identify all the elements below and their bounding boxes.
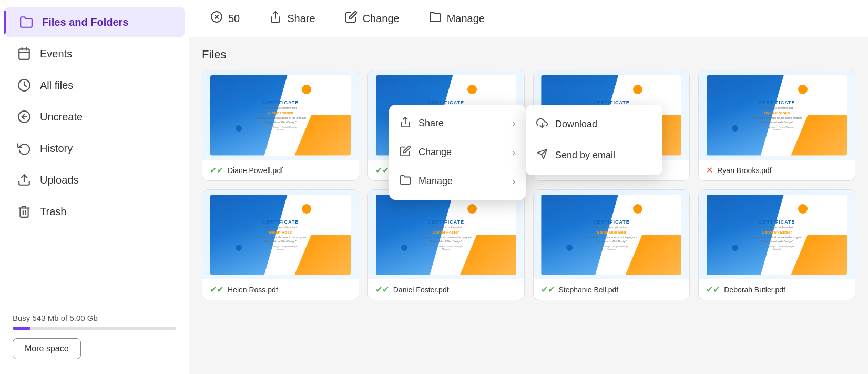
main-content: 50 Share Change Manage Files [189,0,868,374]
sidebar-item-uncreate[interactable]: Uncreate [4,102,185,132]
close-circle-icon [210,11,223,26]
file-label: ✔✔ Diane Powell.pdf [202,160,359,180]
file-name: Ryan Brooks.pdf [717,166,772,175]
storage-section: Busy 543 Mb of 5.00 Gb More space [0,305,189,368]
check-icon: ✔✔ [210,285,223,295]
files-grid: CERTIFICATE This certificate confirms th… [202,70,855,300]
file-card[interactable]: CERTIFICATE This certificate confirms th… [202,70,359,181]
file-label: ✔✔ Deborah Butler.pdf [699,279,855,300]
check-icon: ✔✔ [375,165,389,175]
uncreate-icon [17,109,32,124]
file-card[interactable]: CERTIFICATE This certificate confirms th… [202,189,359,300]
context-menu-sub: Download Send by email [526,105,662,175]
chevron-right-icon: › [513,119,515,128]
check-icon: ✔✔ [541,285,555,295]
file-name: Stephanie Bell.pdf [559,286,619,294]
file-card[interactable]: CERTIFICATE This certificate confirms th… [698,70,855,181]
storage-bar-fill [13,327,30,330]
context-menu-manage-left: Manage [400,174,453,188]
check-icon: ✔✔ [210,165,223,175]
download-label: Download [555,119,597,130]
sidebar-item-label: Uncreate [40,111,83,123]
sidebar-item-history[interactable]: History [4,134,185,163]
context-menu-main: Share › Change › [389,105,526,200]
context-menu-share-left: Share [400,116,444,130]
sidebar: Files and Folders Events All files Uncre… [0,0,189,374]
file-thumbnail: CERTIFICATE This certificate confirms th… [202,190,359,279]
sidebar-item-label: Files and Folders [42,16,128,28]
file-label: ✔✔ Helen Ross.pdf [202,279,359,300]
pencil-icon [345,11,358,26]
pencil-context-icon [400,145,411,159]
context-share-label: Share [418,118,444,129]
check-icon: ✔✔ [706,285,720,295]
manage-toolbar-item[interactable]: Manage [423,7,491,29]
context-manage-label: Manage [418,176,453,187]
files-section-title: Files [202,48,855,62]
file-name: Daniel Foster.pdf [393,286,449,294]
manage-folder-icon [429,11,442,26]
chevron-right-icon: › [513,148,515,157]
file-name: Deborah Butler.pdf [724,286,785,294]
history-icon [17,141,32,156]
folder-context-icon [400,174,411,188]
context-menu-change[interactable]: Change › [389,138,526,167]
file-thumbnail: CERTIFICATE This certificate confirms th… [699,70,855,160]
share-label: Share [287,13,315,25]
sidebar-item-trash[interactable]: Trash [4,197,185,226]
more-space-button[interactable]: More space [13,338,81,359]
file-card[interactable]: CERTIFICATE This certificate confirms th… [698,189,855,300]
file-thumbnail: CERTIFICATE This certificate confirms th… [699,190,855,279]
file-label: ✔✔ Daniel Foster.pdf [368,279,524,300]
check-icon: ✔✔ [375,285,389,295]
context-menu-share[interactable]: Share › [389,109,526,138]
clock-icon [17,78,32,93]
file-card[interactable]: CERTIFICATE This certificate confirms th… [367,189,525,300]
context-menu-change-left: Change [400,145,452,159]
svg-marker-17 [537,149,547,159]
context-sub-send-email[interactable]: Send by email [526,140,662,171]
download-icon [536,117,548,132]
sidebar-item-label: Events [40,48,72,60]
context-sub-download[interactable]: Download [526,109,662,140]
sidebar-item-all-files[interactable]: All files [4,70,185,100]
file-thumbnail: CERTIFICATE This certificate confirms th… [368,190,524,279]
sidebar-item-files-folders[interactable]: Files and Folders [4,7,185,37]
chevron-right-icon: › [513,177,515,186]
storage-bar-bg [13,327,176,330]
selection-count: 50 [228,13,240,25]
files-area: Files CERTIFICATE This certificate confi… [189,37,868,374]
sidebar-item-events[interactable]: Events [4,39,185,68]
calendar-icon [17,46,32,61]
file-name: Helen Ross.pdf [228,286,278,294]
active-indicator [4,11,6,34]
context-menu-manage[interactable]: Manage › [389,167,526,196]
sidebar-item-uploads[interactable]: Uploads [4,165,185,195]
change-label: Change [363,13,400,25]
sidebar-item-label: Trash [40,206,66,218]
manage-label: Manage [447,13,485,25]
share-context-icon [400,116,411,130]
file-card[interactable]: CERTIFICATE This certificate confirms th… [533,189,690,300]
file-thumbnail: CERTIFICATE This certificate confirms th… [202,70,359,160]
upload-icon [17,173,32,187]
sidebar-item-label: All files [40,79,73,92]
sidebar-item-label: History [40,143,73,155]
toolbar: 50 Share Change Manage [189,0,868,37]
share-toolbar-item[interactable]: Share [263,7,321,29]
storage-label: Busy 543 Mb of 5.00 Gb [13,314,176,322]
file-label: ✔✔ Stephanie Bell.pdf [534,279,690,300]
sidebar-item-label: Uploads [40,174,78,186]
share-icon [269,11,282,26]
svg-rect-0 [19,49,29,59]
context-change-label: Change [418,147,452,158]
send-email-label: Send by email [555,150,615,161]
send-email-icon [536,148,548,163]
file-label: ✕ Ryan Brooks.pdf [699,160,855,180]
file-thumbnail: CERTIFICATE This certificate confirms th… [534,190,690,279]
file-name: Diane Powell.pdf [228,166,283,175]
count-item[interactable]: 50 [204,7,246,29]
change-toolbar-item[interactable]: Change [339,7,406,29]
trash-icon [17,204,32,219]
folder-icon [19,15,34,29]
